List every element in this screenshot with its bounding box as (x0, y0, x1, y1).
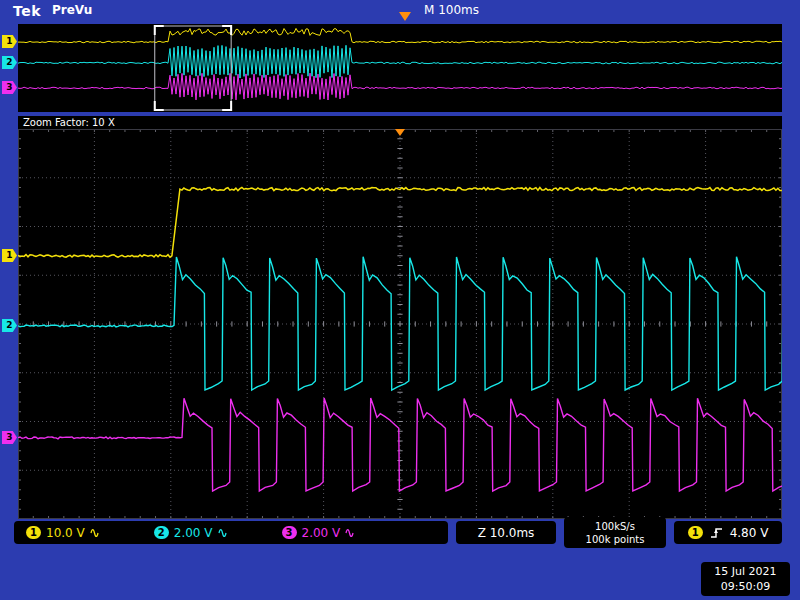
ch2-overview-trace (18, 45, 782, 78)
channel-3-readout[interactable]: 3 2.00 V (282, 526, 356, 540)
trigger-position-marker[interactable] (399, 12, 411, 21)
expansion-point-marker (395, 129, 405, 136)
trigger-source-badge: 1 (688, 526, 703, 539)
time-value: 09:50:09 (721, 579, 770, 594)
channel-1-ground-marker[interactable]: 1 (2, 249, 17, 262)
main-timebase-label: M 100ms (424, 3, 479, 17)
channel-2-scale: 2.00 V (174, 526, 213, 540)
ch3-overview-trace (18, 73, 782, 100)
channel-2-ground-marker[interactable]: 2 (2, 319, 17, 332)
tek-logo: Tek (13, 3, 41, 19)
channel-1-badge: 1 (26, 526, 41, 539)
bw-limit-icon (90, 527, 100, 539)
datetime-display: 15 Jul 2021 09:50:09 (701, 562, 790, 596)
trigger-level-value: 4.80 V (730, 526, 769, 540)
bw-limit-icon (345, 527, 355, 539)
acquisition-mode-label: PreVu (52, 3, 92, 17)
channel-readouts-bar: 1 10.0 V 2 2.00 V 3 2.00 V (14, 521, 448, 544)
oscilloscope-screen: Tek PreVu M 100ms 1 2 3 Zoom Factor: 10 … (0, 0, 800, 600)
zoom-waveforms (18, 129, 782, 519)
zoom-graticule (18, 129, 782, 519)
channel-1-overview-marker[interactable]: 1 (2, 35, 17, 48)
record-length-value: 100k points (586, 533, 645, 546)
date-value: 15 Jul 2021 (714, 564, 776, 579)
overview-waveforms (18, 24, 782, 112)
zoom-timebase-value: Z 10.0ms (478, 526, 535, 540)
channel-2-overview-marker[interactable]: 2 (2, 56, 17, 69)
channel-3-badge: 3 (282, 526, 297, 539)
trigger-readout[interactable]: 1 4.80 V (674, 521, 782, 544)
channel-2-badge: 2 (154, 526, 169, 539)
sample-rate-value: 100kS/s (595, 520, 635, 533)
channel-3-overview-marker[interactable]: 3 (2, 81, 17, 94)
channel-3-ground-marker[interactable]: 3 (2, 431, 17, 444)
overview-window (18, 24, 782, 112)
ch1-overview-trace (18, 28, 782, 42)
channel-2-readout[interactable]: 2 2.00 V (154, 526, 228, 540)
zoom-factor-label: Zoom Factor: 10 X (23, 117, 115, 128)
channel-1-scale: 10.0 V (46, 526, 85, 540)
bw-limit-icon (218, 527, 228, 539)
channel-3-scale: 2.00 V (302, 526, 341, 540)
channel-1-readout[interactable]: 1 10.0 V (26, 526, 100, 540)
zoom-factor-bar: Zoom Factor: 10 X (18, 116, 782, 129)
acquisition-readout: 100kS/s 100k points (564, 517, 666, 548)
rising-edge-icon (710, 526, 723, 540)
zoom-timebase-readout: Z 10.0ms (456, 521, 556, 544)
